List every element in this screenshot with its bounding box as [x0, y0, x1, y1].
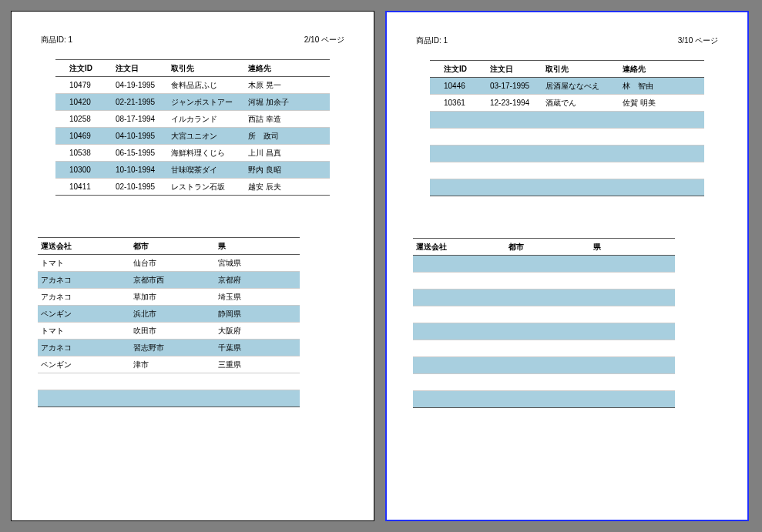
order-row: [430, 146, 704, 162]
shipping-row: [413, 273, 675, 289]
page-header: 商品ID: 1 2/10 ページ: [38, 35, 347, 45]
col-customer: 取引先: [171, 63, 248, 74]
order-row: [430, 129, 704, 146]
shipping-row: [413, 391, 675, 407]
shipping-table: 運送会社 都市 県 トマト 仙台市 宮城県 アカネコ 京都市西 京都府 アカネコ…: [38, 237, 300, 407]
product-id-label: 商品ID: 1: [41, 35, 72, 45]
order-row: [430, 179, 704, 196]
col-pref: 県: [218, 241, 295, 252]
order-row: 10258 08-17-1994 イルカランド 西詰 幸造: [55, 111, 330, 128]
shipping-row: [38, 390, 300, 407]
order-row: 10538 06-15-1995 海鮮料理くじら 上川 昌真: [55, 145, 330, 162]
col-city: 都市: [509, 242, 593, 253]
shipping-row: [413, 323, 675, 340]
shipping-row: [413, 306, 675, 323]
col-city: 都市: [133, 241, 218, 252]
orders-header-row: 注文ID 注文日 取引先 連絡先: [430, 61, 704, 78]
shipping-row: アカネコ 習志野市 千葉県: [38, 340, 300, 356]
print-preview-workspace: 商品ID: 1 2/10 ページ 注文ID 注文日 取引先 連絡先 10479 …: [0, 0, 762, 532]
shipping-row: トマト 仙台市 宮城県: [38, 255, 300, 272]
orders-header-row: 注文ID 注文日 取引先 連絡先: [55, 60, 330, 77]
shipping-table: 運送会社 都市 県: [413, 238, 675, 408]
order-row: [430, 162, 704, 179]
shipping-row: [413, 357, 675, 374]
orders-table: 注文ID 注文日 取引先 連絡先 10446 03-17-1995 居酒屋ななべ…: [430, 60, 704, 196]
shipping-row: ペンギン 津市 三重県: [38, 356, 300, 373]
shipping-row: [413, 340, 675, 357]
shipping-header-row: 運送会社 都市 県: [413, 239, 675, 256]
order-row: 10469 04-10-1995 大宮ユニオン 所 政司: [55, 128, 330, 145]
order-row: 10420 02-21-1995 ジャンボストアー 河堀 加余子: [55, 94, 330, 111]
page-number-label: 3/10 ページ: [678, 35, 718, 46]
col-order-id: 注文ID: [55, 63, 116, 74]
shipping-row: アカネコ 京都市西 京都府: [38, 272, 300, 289]
order-row: 10446 03-17-1995 居酒屋ななべえ 林 智由: [430, 78, 704, 95]
col-order-date: 注文日: [116, 63, 171, 74]
col-carrier: 運送会社: [38, 241, 133, 252]
shipping-header-row: 運送会社 都市 県: [38, 238, 300, 255]
col-contact: 連絡先: [623, 64, 700, 75]
shipping-row: [413, 256, 675, 273]
shipping-row: トマト 吹田市 大阪府: [38, 323, 300, 340]
col-customer: 取引先: [545, 64, 623, 75]
shipping-row: [413, 289, 675, 306]
order-row: 10361 12-23-1994 酒蔵でん 佐賀 明美: [430, 95, 704, 112]
order-row: [430, 112, 704, 129]
col-order-id: 注文ID: [430, 64, 490, 75]
col-pref: 県: [593, 242, 670, 253]
shipping-row: [413, 374, 675, 391]
report-page-2[interactable]: 商品ID: 1 2/10 ページ 注文ID 注文日 取引先 連絡先 10479 …: [11, 11, 374, 521]
report-page-3[interactable]: 商品ID: 1 3/10 ページ 注文ID 注文日 取引先 連絡先 10446 …: [385, 11, 749, 521]
col-carrier: 運送会社: [413, 242, 509, 253]
page-number-label: 2/10 ページ: [304, 35, 344, 45]
order-row: 10479 04-19-1995 食料品店ふじ 木原 晃一: [55, 77, 330, 94]
product-id-label: 商品ID: 1: [416, 35, 448, 46]
order-row: 10411 02-10-1995 レストラン石坂 越安 辰夫: [55, 179, 330, 195]
col-order-date: 注文日: [490, 64, 545, 75]
shipping-row: アカネコ 草加市 埼玉県: [38, 289, 300, 306]
orders-table: 注文ID 注文日 取引先 連絡先 10479 04-19-1995 食料品店ふじ…: [55, 59, 330, 196]
shipping-row: ペンギン 浜北市 静岡県: [38, 306, 300, 323]
shipping-row: [38, 373, 300, 390]
col-contact: 連絡先: [248, 63, 325, 74]
order-row: 10300 10-10-1994 甘味喫茶ダイ 野内 良昭: [55, 162, 330, 179]
page-header: 商品ID: 1 3/10 ページ: [413, 35, 721, 46]
